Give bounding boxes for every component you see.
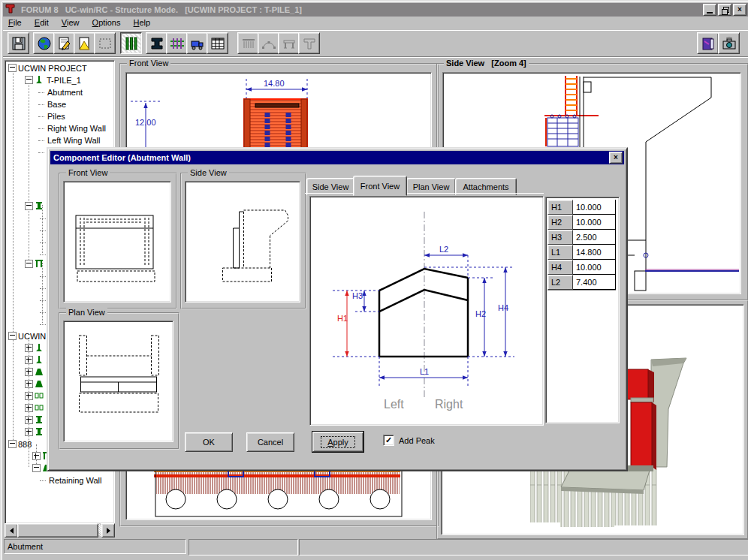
expand-plus-icon[interactable]: [25, 428, 33, 436]
table-row: H1 10.000: [547, 200, 616, 215]
param-value-cell[interactable]: 10.000: [573, 215, 616, 230]
expand-plus-icon[interactable]: [25, 344, 33, 352]
boxes-node-icon: [35, 403, 44, 414]
tree-item-abutment[interactable]: Abutment: [38, 86, 83, 98]
minimize-button[interactable]: [703, 4, 716, 16]
plan-view-groupbox: Plan View: [59, 312, 179, 450]
expand-plus-icon[interactable]: [25, 404, 33, 412]
arrow-left-icon: [10, 528, 14, 534]
param-name-cell[interactable]: H1: [547, 200, 573, 215]
pile-cap-icon: [240, 35, 257, 52]
ibeam-section-button[interactable]: [146, 32, 167, 54]
param-value-cell[interactable]: 7.400: [573, 275, 616, 290]
title-bar[interactable]: FORUM 8 UC-win/RC - Structure Mode. [UCW…: [3, 3, 748, 17]
bench-button-disabled[interactable]: [278, 32, 300, 54]
expand-minus-icon[interactable]: [25, 202, 33, 210]
help-book-button[interactable]: [697, 32, 719, 54]
dialog-close-button[interactable]: ×: [609, 152, 623, 164]
ok-button[interactable]: OK: [185, 432, 233, 452]
expand-minus-icon[interactable]: [8, 64, 17, 72]
tab-front-view[interactable]: Front View: [353, 176, 407, 196]
expand-minus-icon[interactable]: [25, 76, 33, 84]
table-end-line: [547, 290, 616, 291]
beam-grid-button[interactable]: [166, 32, 188, 54]
mound-node-icon: [35, 379, 44, 390]
scroll-right-button[interactable]: [101, 523, 115, 537]
expand-plus-icon[interactable]: [25, 356, 33, 364]
tree-item-888[interactable]: 888: [8, 438, 32, 450]
dim-l1-label: L1: [420, 367, 429, 376]
tree-item-retaining-wall[interactable]: Retaining Wall: [40, 474, 102, 486]
expand-minus-icon[interactable]: [32, 464, 41, 472]
side-view-window-title: Side View [Zoom 4]: [444, 59, 529, 68]
tree-item-left-wing-wall[interactable]: Left Wing Wall: [38, 134, 101, 146]
tree-item-tpile1[interactable]: T-PILE_1: [25, 74, 81, 86]
menu-options[interactable]: Options: [87, 17, 126, 29]
dim-h3-label: H3: [352, 291, 363, 300]
menu-view[interactable]: View: [56, 17, 85, 29]
param-name-cell[interactable]: L1: [547, 245, 573, 260]
close-button[interactable]: ×: [733, 4, 746, 16]
client-divider2: [3, 57, 748, 59]
open-project-button[interactable]: [33, 32, 55, 54]
document-check-button[interactable]: [74, 32, 95, 54]
curve-button-disabled[interactable]: [258, 32, 279, 54]
restore-button[interactable]: [718, 4, 731, 16]
front-view-group-label: Front View: [66, 168, 110, 177]
apply-button[interactable]: Apply: [312, 432, 363, 452]
param-name-cell[interactable]: H4: [547, 260, 573, 275]
param-name-cell[interactable]: H2: [547, 215, 573, 230]
expand-minus-icon[interactable]: [25, 260, 33, 268]
load-truck-button[interactable]: [186, 32, 208, 54]
tree-item-right-wing-wall[interactable]: Right Wing Wall: [38, 122, 106, 134]
book-icon: [700, 35, 716, 52]
expand-plus-icon[interactable]: [25, 392, 33, 400]
dim-width-label: 14.80: [264, 79, 285, 88]
add-peak-checkbox[interactable]: ✓: [383, 435, 394, 446]
beam-grid-icon: [169, 35, 185, 52]
front-view-groupbox: Front View: [59, 173, 177, 309]
param-value-cell[interactable]: 14.800: [573, 245, 616, 260]
status-panel-middle: [189, 539, 298, 555]
cancel-button[interactable]: Cancel: [246, 432, 294, 452]
menu-file[interactable]: File: [3, 17, 27, 29]
front-preview-drawing: [64, 182, 169, 300]
tree-hscrollbar[interactable]: [5, 523, 113, 536]
green-piles-icon: [123, 35, 140, 52]
param-value-cell[interactable]: 2.500: [573, 230, 616, 245]
pile-mode-button[interactable]: [120, 32, 142, 54]
edit-document-button[interactable]: [53, 32, 75, 54]
table-row: H2 10.000: [547, 215, 616, 230]
expand-plus-icon[interactable]: [25, 368, 33, 376]
truck-icon: [189, 35, 206, 52]
expand-minus-icon[interactable]: [8, 440, 17, 448]
param-name-cell[interactable]: L2: [547, 275, 573, 290]
param-value-cell[interactable]: 10.000: [573, 260, 616, 275]
expand-plus-icon[interactable]: [25, 380, 33, 388]
scroll-thumb[interactable]: [17, 523, 98, 537]
scroll-left-button[interactable]: [5, 523, 18, 537]
pile-node-icon: [35, 75, 44, 86]
tree-item-root[interactable]: UCWIN PROJECT: [8, 62, 87, 74]
table-view-button[interactable]: [207, 32, 228, 54]
snapshot-camera-button[interactable]: [718, 32, 740, 54]
tee-column-button-disabled[interactable]: [298, 32, 320, 54]
parameter-table: H1 10.000 H2 10.000 H3 2.500 L1 14.800 H…: [545, 197, 620, 423]
save-button[interactable]: [8, 32, 29, 54]
expand-plus-icon[interactable]: [32, 452, 41, 460]
dialog-title-bar[interactable]: Component Editor (Abutment Wall) ×: [50, 151, 624, 164]
document-triangle-icon: [77, 35, 93, 52]
toolbar: [3, 31, 748, 56]
expand-minus-icon[interactable]: [8, 332, 17, 340]
tree-item-base[interactable]: Base: [38, 98, 66, 110]
param-value-cell[interactable]: 10.000: [573, 200, 616, 215]
param-name-cell[interactable]: H3: [547, 230, 573, 245]
menu-edit[interactable]: Edit: [29, 17, 54, 29]
tree-item-piles[interactable]: Piles: [38, 110, 65, 122]
globe-icon: [36, 35, 53, 52]
selection-button[interactable]: [94, 32, 116, 54]
menu-help[interactable]: Help: [128, 17, 156, 29]
shape-diagram-canvas[interactable]: L2 H3 H1 H2 H4 L1 Left Right: [309, 196, 544, 426]
expand-plus-icon[interactable]: [25, 416, 33, 424]
pile-cap-button-disabled[interactable]: [237, 32, 259, 54]
